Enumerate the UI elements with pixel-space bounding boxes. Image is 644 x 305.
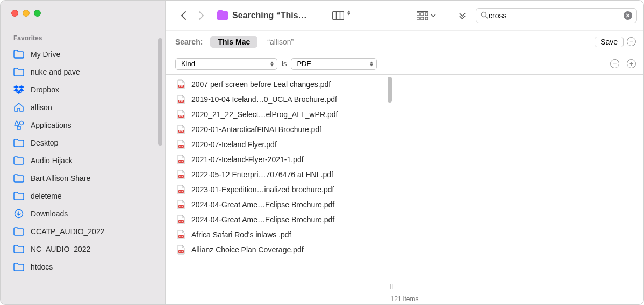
svg-text:PDF: PDF	[179, 220, 184, 223]
dropbox-icon	[13, 85, 24, 95]
criteria-attribute-select[interactable]: Kind	[175, 58, 277, 70]
window-controls	[1, 1, 165, 17]
result-item[interactable]: PDF2020-01-AntarcticafFINALBrochure.pdf	[166, 122, 393, 137]
result-item[interactable]: PDF2020_21_22_Select…elProg_ALL_wPR.pdf	[166, 107, 393, 122]
scope-allison[interactable]: “allison”	[267, 38, 294, 46]
sidebar-item-audio-hijack[interactable]: Audio Hijack	[1, 151, 165, 169]
folder-icon	[13, 191, 24, 201]
result-item[interactable]: PDF2022-05-12 Enterpri…7076476 at HNL.pd…	[166, 167, 393, 182]
criteria-operator: is	[282, 60, 287, 68]
sidebar-item-label: nuke and pave	[31, 68, 80, 76]
sidebar-item-label: Downloads	[31, 209, 68, 218]
sidebar-item-label: deleteme	[31, 192, 62, 200]
svg-rect-6	[417, 13, 419, 16]
apps-icon	[13, 120, 24, 130]
search-field[interactable]	[476, 8, 637, 23]
folder-icon	[217, 11, 228, 20]
pdf-icon: PDF	[176, 200, 186, 209]
close-window-button[interactable]	[11, 10, 18, 17]
sidebar-item-deleteme[interactable]: deleteme	[1, 187, 165, 205]
svg-rect-8	[425, 13, 428, 16]
zoom-window-button[interactable]	[34, 10, 41, 17]
pdf-icon: PDF	[176, 79, 186, 89]
sidebar-item-applications[interactable]: Applications	[1, 116, 165, 134]
result-item[interactable]: PDFAfrica Safari Rod's inlaws .pdf	[166, 227, 393, 242]
result-item[interactable]: PDF2007 perf screen before Leal changes.…	[166, 77, 393, 92]
file-name: 2023-01-Expedition…inalized brochure.pdf	[191, 185, 334, 194]
file-name: 2024-04-Great Ame…Eclipse Brochure.pdf	[191, 215, 334, 224]
sidebar-item-desktop[interactable]: Desktop	[1, 134, 165, 151]
remove-scope-button[interactable]: −	[627, 37, 636, 46]
sidebar-item-label: CCATP_AUDIO_2022	[31, 227, 104, 236]
forward-button[interactable]	[192, 7, 210, 24]
minimize-window-button[interactable]	[23, 10, 30, 17]
view-columns-button[interactable]	[329, 11, 354, 20]
pdf-icon: PDF	[176, 95, 186, 104]
svg-text:PDF: PDF	[179, 85, 184, 88]
folder-icon	[13, 138, 24, 148]
svg-text:PDF: PDF	[179, 190, 184, 193]
file-name: 2020-07-Iceland Flyer.pdf	[191, 140, 277, 149]
search-input[interactable]	[489, 11, 624, 20]
pdf-icon: PDF	[176, 170, 186, 179]
file-name: 2021-07-Iceland-Flyer-2021-1.pdf	[191, 155, 304, 164]
result-item[interactable]: PDF2021-07-Iceland-Flyer-2021-1.pdf	[166, 152, 393, 167]
favorites-list: My Drivenuke and paveDropboxallisonAppli…	[1, 45, 165, 275]
group-by-button[interactable]	[413, 11, 439, 20]
folder-icon	[13, 227, 24, 236]
results-list[interactable]: PDF2007 perf screen before Leal changes.…	[166, 75, 393, 293]
location-title: Searching “This…	[217, 11, 307, 20]
preview-pane	[393, 75, 643, 293]
svg-rect-1	[17, 126, 20, 129]
favorites-header: Favorites	[1, 17, 165, 45]
result-item[interactable]: PDFAllianz Choice Plan Coverage.pdf	[166, 242, 393, 257]
result-item[interactable]: PDF2020-07-Iceland Flyer.pdf	[166, 137, 393, 152]
save-search-button[interactable]: Save	[595, 37, 624, 47]
file-name: 2019-10-04 Iceland…0_UCLA Brochure.pdf	[191, 95, 337, 104]
sidebar-item-label: allison	[31, 103, 52, 112]
sidebar-item-downloads[interactable]: Downloads	[1, 205, 165, 222]
sidebar: Favorites My Drivenuke and paveDropboxal…	[1, 1, 166, 304]
overflow-button[interactable]	[454, 12, 470, 19]
sidebar-item-allison[interactable]: allison	[1, 98, 165, 116]
svg-point-0	[20, 121, 24, 125]
pdf-icon: PDF	[176, 215, 186, 224]
folder-icon	[13, 244, 24, 254]
column-resize-handle[interactable]: ||	[390, 283, 395, 289]
sidebar-item-htdocs[interactable]: htdocs	[1, 258, 165, 275]
criteria-bar: Kind is PDF − +	[166, 53, 643, 75]
folder-icon	[13, 156, 24, 165]
sidebar-item-label: Desktop	[31, 139, 58, 147]
sidebar-item-label: My Drive	[31, 50, 60, 59]
pdf-icon: PDF	[176, 140, 186, 149]
result-item[interactable]: PDF2023-01-Expedition…inalized brochure.…	[166, 182, 393, 197]
back-button[interactable]	[175, 7, 192, 24]
criteria-attribute-label: Kind	[181, 60, 195, 68]
window-title: Searching “This…	[232, 11, 307, 20]
result-item[interactable]: PDF2024-04-Great Ame…Eclipse Brochure.pd…	[166, 197, 393, 212]
add-criteria-button[interactable]: +	[627, 59, 636, 68]
status-bar: 121 items	[166, 293, 643, 304]
clear-search-button[interactable]	[624, 11, 632, 20]
home-icon	[13, 103, 24, 112]
criteria-value-select[interactable]: PDF	[291, 58, 377, 70]
svg-line-14	[486, 17, 488, 19]
sidebar-item-label: htdocs	[31, 263, 53, 271]
toolbar: Searching “This…	[166, 1, 643, 31]
result-item[interactable]: PDF2019-10-04 Iceland…0_UCLA Brochure.pd…	[166, 92, 393, 107]
search-icon	[481, 11, 489, 19]
svg-text:PDF: PDF	[179, 235, 184, 238]
sidebar-item-my-drive[interactable]: My Drive	[1, 45, 165, 63]
sidebar-item-dropbox[interactable]: Dropbox	[1, 81, 165, 98]
scope-this-mac[interactable]: This Mac	[210, 36, 257, 48]
results-scrollbar[interactable]	[388, 77, 392, 103]
sidebar-item-ccatp-audio-2022[interactable]: CCATP_AUDIO_2022	[1, 222, 165, 240]
sidebar-item-bart-allison-share[interactable]: Bart Allison Share	[1, 169, 165, 187]
remove-criteria-button[interactable]: −	[610, 59, 619, 68]
sidebar-item-nuke-and-pave[interactable]: nuke and pave	[1, 63, 165, 81]
svg-text:PDF: PDF	[179, 115, 184, 118]
pdf-icon: PDF	[176, 125, 186, 134]
result-item[interactable]: PDF2024-04-Great Ame…Eclipse Brochure.pd…	[166, 212, 393, 227]
sidebar-scrollbar[interactable]	[158, 38, 162, 146]
sidebar-item-nc-audio-2022[interactable]: NC_AUDIO_2022	[1, 240, 165, 258]
